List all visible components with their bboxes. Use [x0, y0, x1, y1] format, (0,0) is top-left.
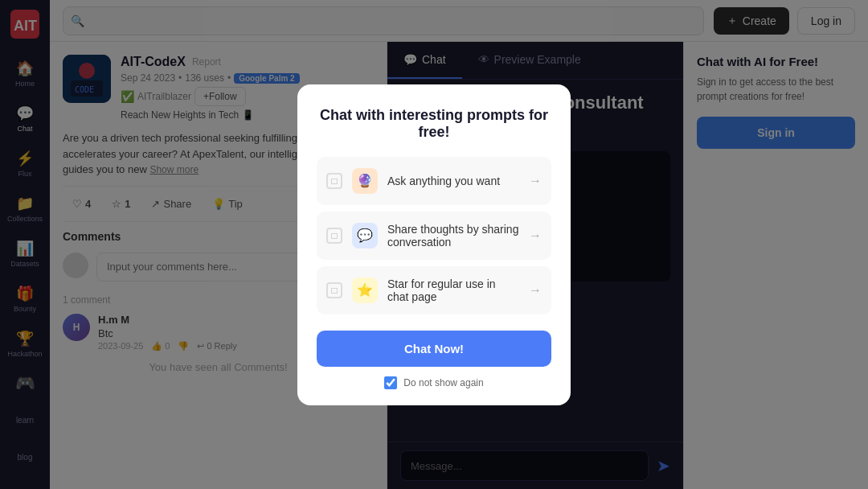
option-ask-icon: 🔮	[352, 168, 378, 194]
option-share-arrow: →	[529, 228, 542, 243]
option-star-text: Star for regular use in chat page	[387, 277, 519, 303]
checkbox-unchecked-icon: □	[331, 175, 337, 187]
checkbox-unchecked-icon3: □	[331, 285, 337, 296]
prompt-modal: Chat with interesting prompts for free! …	[297, 84, 571, 405]
option-ask-checkbox[interactable]: □	[326, 173, 342, 189]
modal-footer: Do not show again	[317, 376, 551, 389]
modal-option-ask[interactable]: □ 🔮 Ask anything you want →	[317, 157, 551, 205]
option-star-checkbox[interactable]: □	[326, 282, 342, 298]
checkbox-unchecked-icon2: □	[331, 230, 337, 241]
option-star-arrow: →	[529, 283, 542, 298]
option-ask-arrow: →	[529, 174, 542, 188]
option-share-checkbox[interactable]: □	[326, 228, 342, 244]
modal-title: Chat with interesting prompts for free!	[317, 107, 551, 141]
modal-overlay[interactable]: Chat with interesting prompts for free! …	[0, 0, 868, 489]
modal-option-share[interactable]: □ 💬 Share thoughts by sharing conversati…	[317, 212, 551, 260]
chat-now-button[interactable]: Chat Now!	[317, 331, 551, 367]
option-share-icon: 💬	[352, 223, 378, 249]
modal-option-star[interactable]: □ ⭐ Star for regular use in chat page →	[317, 266, 551, 314]
option-share-text: Share thoughts by sharing conversation	[387, 223, 519, 249]
option-ask-text: Ask anything you want	[387, 175, 500, 187]
option-star-icon: ⭐	[352, 277, 378, 303]
do-not-show-checkbox[interactable]	[384, 376, 397, 389]
do-not-show-label: Do not show again	[403, 377, 483, 388]
